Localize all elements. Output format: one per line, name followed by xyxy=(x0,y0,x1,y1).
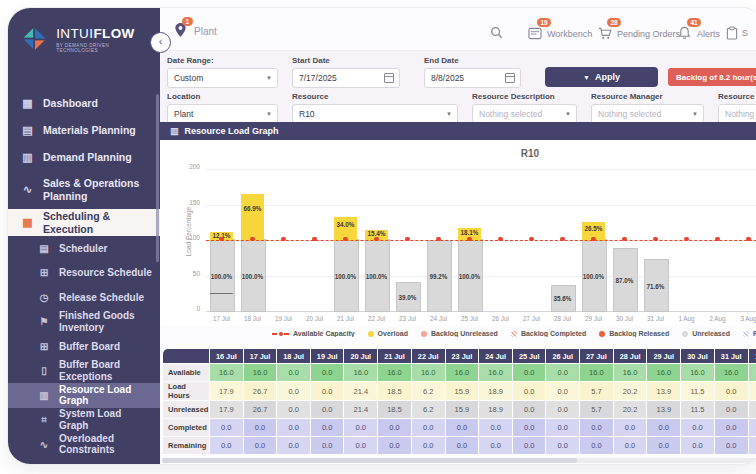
sidebar-subitem-gantt-view[interactable]: ≣Gantt View xyxy=(8,457,160,465)
schedule-label: S xyxy=(742,28,748,38)
date-range-select[interactable]: Custom▼ xyxy=(167,68,278,88)
table-cell: 26.7 xyxy=(243,382,277,401)
table-cell: 0.0 xyxy=(546,437,580,455)
table-row-available: Available16.016.00.00.016.016.016.016.01… xyxy=(163,364,756,382)
end-date-input[interactable]: 8/8/2025 xyxy=(424,68,521,88)
sidebar-item-dashboard[interactable]: ▦Dashboard xyxy=(8,90,160,117)
sidebar-subitem-system-load-graph[interactable]: ⌗System Load Graph xyxy=(8,408,160,433)
sidebar-subitem-scheduler[interactable]: ▤Scheduler xyxy=(8,236,160,261)
sidebar-subitem-buffer-board[interactable]: ⊞Buffer Board xyxy=(8,334,160,359)
table-cell: 0.0 xyxy=(445,419,479,437)
table-column-header: 30 Jul xyxy=(681,349,715,364)
legend-dot-marker xyxy=(368,331,374,337)
table-cell: 0.0 xyxy=(714,401,748,419)
bar-overload[interactable] xyxy=(241,194,264,241)
chart-category: 100.0%66.9%18 Jul xyxy=(237,170,268,312)
sidebar-subitem-resource-load-graph[interactable]: ▥Resource Load Graph xyxy=(8,383,160,408)
intuiflow-logo-icon xyxy=(20,24,49,54)
table-cell: 11.5 xyxy=(681,401,715,419)
table-cell: 0.0 xyxy=(613,437,647,455)
sidebar-item-demand-planning[interactable]: ▥Demand Planning xyxy=(8,144,160,171)
sidebar-subitem-release-schedule[interactable]: ◷Release Schedule xyxy=(8,285,160,310)
sidebar: INTUIFLOW BY DEMAND DRIVEN TECHNOLOGIES … xyxy=(8,8,160,464)
table-column-header: 26 Jul xyxy=(546,349,580,364)
table-cell: 0.0 xyxy=(512,382,546,401)
table-cell: 0.0 xyxy=(344,437,378,455)
table-cell: 18.9 xyxy=(479,401,513,419)
cart-icon xyxy=(598,27,612,40)
apply-button[interactable]: ▼Apply xyxy=(545,67,658,87)
resource-category-select[interactable]: Nothing selected xyxy=(718,104,756,124)
sidebar-scrollbar[interactable] xyxy=(156,94,159,262)
sidebar-subitem-label: Scheduler xyxy=(59,243,107,255)
x-tick-label: 3 Aug xyxy=(727,315,756,322)
sidebar-subitem-overloaded-constraints[interactable]: ∿Overloaded Constraints xyxy=(8,432,160,457)
sidebar-subitem-finished-goods-inventory[interactable]: ⚑Finished Goods Inventory xyxy=(8,310,160,335)
legend-dot-marker xyxy=(511,331,517,337)
legend-item[interactable]: Backlog Released xyxy=(599,330,669,337)
legend-item[interactable]: Available Capacity xyxy=(272,330,355,337)
table-cell: 0.0 xyxy=(277,437,311,455)
schedule-button[interactable]: S xyxy=(726,26,748,40)
table-cell: 21.4 xyxy=(344,401,378,419)
search-button[interactable] xyxy=(490,26,503,39)
legend-item[interactable]: Backlog Unreleased xyxy=(421,330,498,337)
table-cell: 16.0 xyxy=(681,364,715,382)
legend-item[interactable]: Released Completed xyxy=(743,330,756,337)
table-cell: 0.0 xyxy=(647,437,681,455)
plant-selector[interactable]: 1 Plant xyxy=(174,22,217,40)
overloaded-constraints-icon: ∿ xyxy=(38,439,50,451)
start-date-input[interactable]: 7/17/2025 xyxy=(292,68,400,88)
workbench-button[interactable]: 19 Workbench xyxy=(528,26,592,41)
sidebar-item-materials-planning[interactable]: ▤Materials Planning xyxy=(8,117,160,144)
sidebar-subitem-buffer-board-exceptions[interactable]: ▯Buffer Board Exceptions xyxy=(8,359,160,384)
location-select[interactable]: Plant▼ xyxy=(167,104,278,124)
legend-item[interactable]: Overload xyxy=(368,330,408,337)
dashboard-icon: ▦ xyxy=(21,97,34,110)
resource-description-select[interactable]: Nothing selected▼ xyxy=(472,104,577,124)
sidebar-item-sales-operations-planning[interactable]: ∿Sales & Operations Planning xyxy=(8,171,160,209)
table-cell: 16.0 xyxy=(411,364,445,382)
legend-dot-marker xyxy=(743,331,749,337)
table-cell: 5.7 xyxy=(580,382,614,401)
table-column-header: 21 Jul xyxy=(378,349,412,364)
table-cell: 13.9 xyxy=(647,401,681,419)
collapse-sidebar-button[interactable]: ‹ xyxy=(150,32,171,53)
sidebar-item-label: Materials Planning xyxy=(43,124,136,137)
pending-orders-button[interactable]: 28 Pending Orders xyxy=(598,26,680,41)
plant-label: Plant xyxy=(194,26,217,37)
resource-manager-select[interactable]: Nothing selected▼ xyxy=(591,104,704,124)
alerts-button[interactable]: 41 Alerts xyxy=(678,26,720,41)
table-cell: 0.0 xyxy=(546,382,580,401)
sidebar-item-scheduling-execution[interactable]: ▦Scheduling & Execution xyxy=(8,209,160,236)
horizontal-scrollbar[interactable] xyxy=(162,458,756,463)
sidebar-subitem-label: Finished Goods Inventory xyxy=(59,310,152,333)
bar-value-label: 100.0% xyxy=(451,273,488,280)
legend-item[interactable]: Unreleased xyxy=(682,330,730,337)
row-label: Load Hours xyxy=(163,382,210,401)
table-cell: 0.0 xyxy=(344,419,378,437)
table-row-remaining: Remaining0.00.00.00.00.00.00.00.00.00.00… xyxy=(163,437,756,455)
filter-funnel-icon: ▼ xyxy=(583,74,590,81)
legend-label: Backlog Unreleased xyxy=(431,330,498,337)
legend-label: Backlog Completed xyxy=(521,330,586,337)
scrollbar-thumb[interactable] xyxy=(162,458,577,463)
table-cell: 0.0 xyxy=(748,401,756,419)
table-cell: 0.0 xyxy=(310,437,344,455)
table-cell: 0.0 xyxy=(681,437,715,455)
chart-category: 20 Jul xyxy=(299,170,330,312)
y-tick-label: 50 xyxy=(180,270,200,277)
legend-item[interactable]: Backlog Completed xyxy=(511,330,586,337)
resource-manager-label: Resource Manager xyxy=(591,92,704,101)
table-cell: 18.5 xyxy=(378,382,412,401)
table-cell: 0.0 xyxy=(411,437,445,455)
sidebar-subitem-resource-schedule[interactable]: ⊞Resource Schedule xyxy=(8,261,160,286)
resource-select[interactable]: R10▼ xyxy=(292,104,458,124)
table-cell: 0.0 xyxy=(479,419,513,437)
bar-value-label: 71.6% xyxy=(637,283,674,290)
legend-label: Available Capacity xyxy=(293,330,355,337)
resource-load-chart: R10 Load Percentage 050100150200100.0%12… xyxy=(160,140,756,326)
chart-category: 35.6%28 Jul xyxy=(547,170,578,312)
table-cell: 0.0 xyxy=(209,437,243,455)
table-cell: 0.0 xyxy=(479,437,513,455)
